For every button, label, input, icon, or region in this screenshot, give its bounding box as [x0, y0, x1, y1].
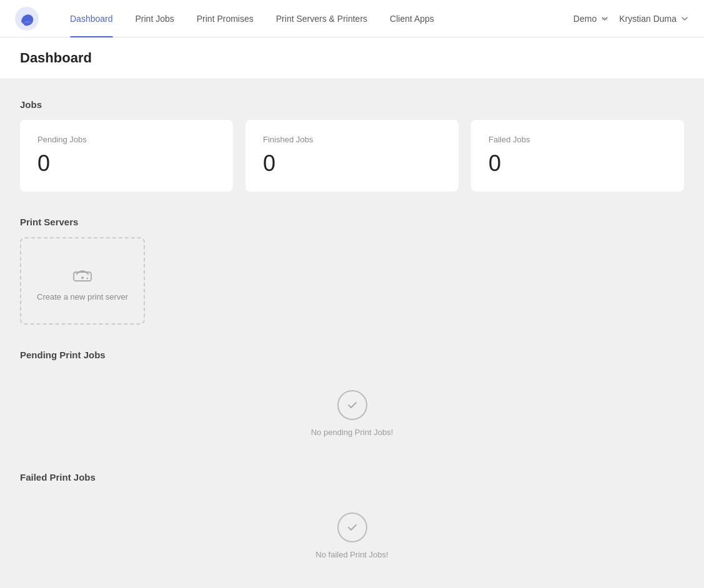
create-print-server-label: Create a new print server: [37, 292, 128, 301]
print-servers-section: Print Servers Create a new print server: [20, 217, 684, 325]
nav-items: Dashboard Print Jobs Print Promises Prin…: [59, 0, 573, 37]
demo-selector[interactable]: Demo: [573, 14, 609, 24]
failed-jobs-empty-state: No failed Print Jobs!: [20, 492, 684, 569]
svg-point-3: [87, 277, 88, 278]
finished-jobs-label: Finished Jobs: [263, 135, 441, 144]
failed-jobs-card: Failed Jobs 0: [471, 120, 684, 192]
user-label: Krystian Duma: [619, 14, 677, 24]
nav-item-dashboard[interactable]: Dashboard: [59, 0, 124, 37]
jobs-cards-row: Pending Jobs 0 Finished Jobs 0 Failed Jo…: [20, 120, 684, 192]
svg-point-2: [81, 277, 84, 279]
failed-jobs-value: 0: [488, 150, 667, 177]
demo-label: Demo: [573, 14, 597, 24]
pending-print-jobs-title: Pending Print Jobs: [20, 350, 684, 360]
navbar: Dashboard Print Jobs Print Promises Prin…: [0, 0, 704, 37]
print-servers-section-title: Print Servers: [20, 217, 684, 227]
jobs-section: Jobs Pending Jobs 0 Finished Jobs 0 Fail…: [20, 99, 684, 192]
user-chevron-icon: [680, 14, 689, 23]
server-icon: [70, 261, 95, 286]
pending-jobs-label: Pending Jobs: [37, 135, 216, 144]
pending-jobs-empty-state: No pending Print Jobs!: [20, 370, 684, 447]
demo-chevron-icon: [600, 14, 609, 23]
failed-jobs-check-icon: [337, 512, 367, 542]
failed-jobs-label: Failed Jobs: [488, 135, 667, 144]
nav-right: Demo Krystian Duma: [573, 14, 689, 24]
user-menu[interactable]: Krystian Duma: [619, 14, 689, 24]
failed-print-jobs-title: Failed Print Jobs: [20, 472, 684, 483]
pending-jobs-check-icon: [337, 390, 367, 420]
nav-item-print-jobs[interactable]: Print Jobs: [124, 0, 186, 37]
finished-jobs-value: 0: [263, 150, 441, 177]
pending-jobs-card: Pending Jobs 0: [20, 120, 233, 192]
failed-jobs-empty-text: No failed Print Jobs!: [315, 550, 388, 559]
create-print-server-button[interactable]: Create a new print server: [20, 237, 145, 325]
pending-print-jobs-section: Pending Print Jobs No pending Print Jobs…: [20, 350, 684, 447]
pending-jobs-value: 0: [37, 150, 216, 177]
page-title: Dashboard: [20, 50, 684, 66]
page-header: Dashboard: [0, 37, 704, 79]
content: Jobs Pending Jobs 0 Finished Jobs 0 Fail…: [0, 79, 704, 588]
jobs-section-title: Jobs: [20, 99, 684, 110]
pending-jobs-empty-text: No pending Print Jobs!: [311, 428, 394, 437]
nav-item-print-servers[interactable]: Print Servers & Printers: [265, 0, 379, 37]
finished-jobs-card: Finished Jobs 0: [245, 120, 459, 192]
nav-item-print-promises[interactable]: Print Promises: [186, 0, 265, 37]
failed-print-jobs-section: Failed Print Jobs No failed Print Jobs!: [20, 472, 684, 569]
nav-item-client-apps[interactable]: Client Apps: [379, 0, 445, 37]
logo[interactable]: [15, 7, 39, 31]
